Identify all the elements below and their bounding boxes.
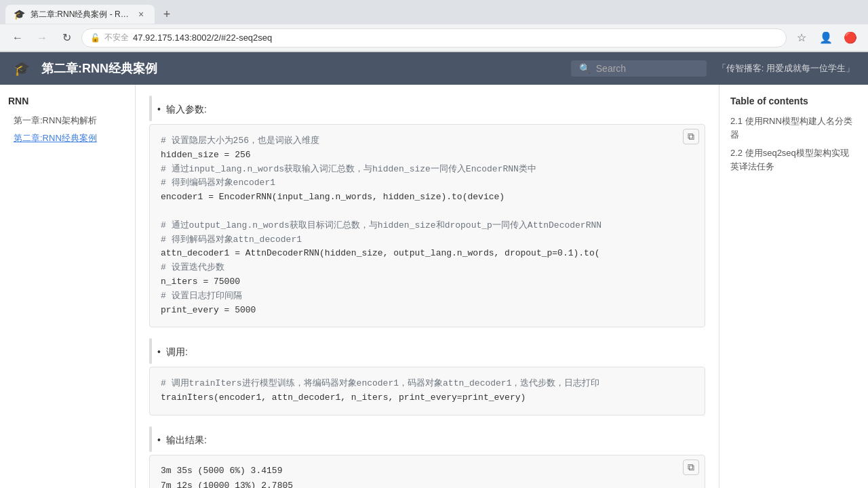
- sidebar-section-title: RNN: [8, 96, 127, 106]
- profile-button[interactable]: 👤: [816, 28, 835, 47]
- url-bar[interactable]: 🔓 不安全 47.92.175.143:8002/2/#22-seq2seq: [81, 28, 787, 47]
- search-box[interactable]: 🔍: [571, 60, 707, 77]
- output-line-2: 7m 12s (10000 13%) 2.7805: [161, 479, 694, 488]
- code-pre-1: # 设置隐层大小为256，也是词嵌入维度 hidden_size = 256 #…: [150, 125, 705, 327]
- output-text: 3m 35s (5000 6%) 3.4159 7m 12s (10000 13…: [161, 464, 694, 488]
- tab-close-button[interactable]: ×: [136, 9, 146, 20]
- toolbar-icons: ☆ 👤 🔴: [792, 28, 860, 47]
- output-block: ⧉ 3m 35s (5000 6%) 3.4159 7m 12s (10000 …: [149, 455, 705, 488]
- section-label-output: • 输出结果:: [157, 426, 207, 452]
- section-invoke: • 调用: # 调用trainIters进行模型训练，将编码器对象encoder…: [149, 338, 705, 415]
- security-icon: 🔓: [90, 33, 100, 43]
- code-block-2: # 调用trainIters进行模型训练，将编码器对象encoder1，码器对象…: [149, 367, 705, 415]
- active-tab[interactable]: 🎓 第二章:RNN经典案例 - RNN ×: [5, 5, 155, 24]
- refresh-button[interactable]: ↻: [57, 28, 76, 47]
- search-input[interactable]: [596, 63, 691, 74]
- section-input-params: • 输入参数: ⧉ # 设置隐层大小为256，也是词嵌入维度 hidden_si…: [149, 96, 705, 327]
- page-header: 🎓 第二章:RNN经典案例 🔍 「传智播客: 用爱成就每一位学生」: [0, 52, 868, 85]
- header-title: 第二章:RNN经典案例: [41, 60, 560, 77]
- header-slogan: 「传智播客: 用爱成就每一位学生」: [717, 62, 854, 75]
- address-bar: ← → ↻ 🔓 不安全 47.92.175.143:8002/2/#22-seq…: [0, 24, 868, 52]
- sidebar-item-chapter2[interactable]: 第二章:RNN经典案例: [8, 129, 127, 147]
- code-block-1: ⧉ # 设置隐层大小为256，也是词嵌入维度 hidden_size = 256…: [149, 124, 705, 327]
- output-label: 输出结果:: [166, 434, 207, 447]
- toc-title: Table of contents: [730, 96, 857, 106]
- copy-output-button[interactable]: ⧉: [683, 460, 699, 475]
- section-border: [149, 96, 152, 121]
- section-border-3: [149, 426, 152, 452]
- input-params-label: 输入参数:: [166, 104, 207, 116]
- search-icon: 🔍: [579, 63, 591, 74]
- copy-code-1-button[interactable]: ⧉: [683, 129, 699, 144]
- tab-favicon: 🎓: [14, 9, 25, 20]
- browser-chrome: 🎓 第二章:RNN经典案例 - RNN × + ← → ↻ 🔓 不安全 47.9…: [0, 0, 868, 52]
- tab-bar: 🎓 第二章:RNN经典案例 - RNN × +: [0, 0, 868, 24]
- toc-item-2[interactable]: 2.2 使用seq2seq模型架构实现英译法任务: [730, 146, 857, 173]
- back-button[interactable]: ←: [8, 28, 27, 47]
- menu-button[interactable]: 🔴: [841, 28, 860, 47]
- url-text: 47.92.175.143:8002/2/#22-seq2seq: [133, 33, 272, 43]
- code-pre-2: # 调用trainIters进行模型训练，将编码器对象encoder1，码器对象…: [150, 367, 705, 415]
- toc-panel: Table of contents 2.1 使用RNN模型构建人名分类器 2.2…: [719, 85, 868, 488]
- page-layout: RNN 第一章:RNN架构解析 第二章:RNN经典案例 • 输入参数: ⧉ # …: [0, 85, 868, 488]
- tab-title: 第二章:RNN经典案例 - RNN: [31, 9, 130, 20]
- sidebar-item-chapter1[interactable]: 第一章:RNN架构解析: [8, 112, 127, 129]
- header-logo-icon: 🎓: [14, 60, 31, 77]
- section-output: • 输出结果: ⧉ 3m 35s (5000 6%) 3.4159 7m 12s…: [149, 426, 705, 488]
- section-label-input-params: • 输入参数:: [157, 96, 207, 121]
- invoke-label: 调用:: [166, 346, 188, 359]
- main-content: • 输入参数: ⧉ # 设置隐层大小为256，也是词嵌入维度 hidden_si…: [136, 85, 719, 488]
- section-border-2: [149, 338, 152, 364]
- output-line-1: 3m 35s (5000 6%) 3.4159: [161, 464, 694, 479]
- forward-button[interactable]: →: [33, 28, 52, 47]
- bookmark-button[interactable]: ☆: [792, 28, 811, 47]
- new-tab-button[interactable]: +: [157, 5, 176, 24]
- insecure-label: 不安全: [104, 32, 129, 43]
- section-label-invoke: • 调用:: [157, 338, 188, 364]
- sidebar: RNN 第一章:RNN架构解析 第二章:RNN经典案例: [0, 85, 136, 488]
- toc-item-1[interactable]: 2.1 使用RNN模型构建人名分类器: [730, 115, 857, 141]
